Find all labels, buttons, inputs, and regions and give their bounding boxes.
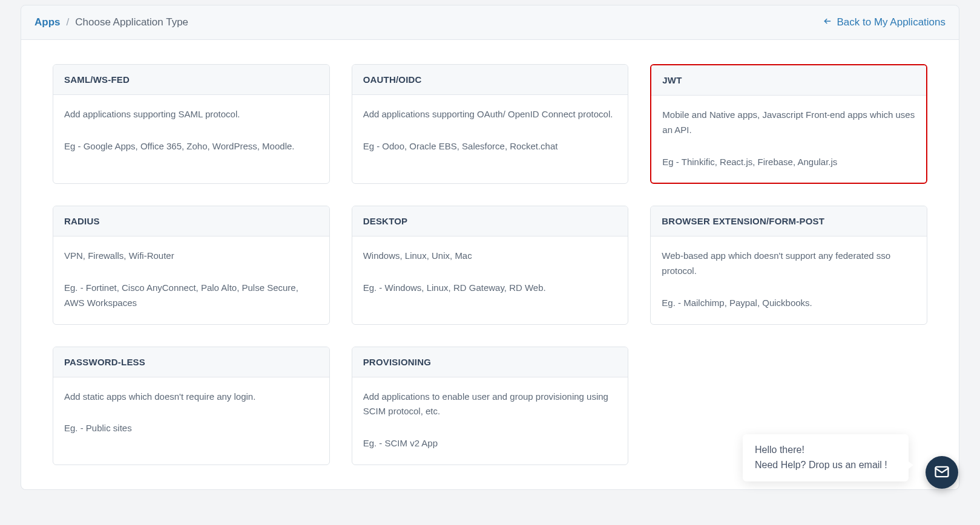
back-to-applications-link[interactable]: Back to My Applications (823, 16, 945, 28)
card-description: Add applications supporting SAML protoco… (64, 107, 318, 122)
card-body: VPN, Firewalls, Wifi-Router Eg. - Fortin… (53, 236, 329, 324)
card-description: Web-based app which doesn't support any … (662, 249, 916, 279)
card-example: Eg. - Mailchimp, Paypal, Quickbooks. (662, 296, 916, 311)
arrow-left-icon (823, 16, 832, 28)
card-example: Eg. - Windows, Linux, RD Gateway, RD Web… (363, 281, 617, 296)
card-title: JWT (651, 65, 926, 96)
breadcrumb-separator: / (67, 16, 70, 28)
card-example: Eg - Thinkific, React.js, Firebase, Angu… (662, 155, 915, 170)
chat-line-1: Hello there! (755, 443, 896, 458)
card-body: Web-based app which doesn't support any … (651, 236, 927, 324)
card-desktop[interactable]: DESKTOP Windows, Linux, Unix, Mac Eg. - … (352, 206, 629, 324)
panel-body: SAML/WS-FED Add applications supporting … (21, 40, 959, 489)
card-description: VPN, Firewalls, Wifi-Router (64, 249, 318, 264)
card-description: Add applications to enable user and grou… (363, 390, 617, 420)
card-title: RADIUS (53, 206, 329, 236)
chat-tail-icon (906, 460, 913, 475)
page-container: Apps / Choose Application Type Back to M… (0, 5, 980, 525)
card-body: Mobile and Native apps, Javascript Front… (651, 96, 926, 183)
card-body: Windows, Linux, Unix, Mac Eg. - Windows,… (352, 236, 628, 309)
card-radius[interactable]: RADIUS VPN, Firewalls, Wifi-Router Eg. -… (53, 206, 330, 324)
main-panel: Apps / Choose Application Type Back to M… (21, 5, 959, 490)
card-oauth-oidc[interactable]: OAUTH/OIDC Add applications supporting O… (352, 64, 629, 184)
card-body: Add applications to enable user and grou… (352, 377, 628, 465)
cards-grid: SAML/WS-FED Add applications supporting … (53, 64, 927, 465)
card-saml-wsfed[interactable]: SAML/WS-FED Add applications supporting … (53, 64, 330, 184)
card-example: Eg - Google Apps, Office 365, Zoho, Word… (64, 139, 318, 154)
chat-popup[interactable]: Hello there! Need Help? Drop us an email… (743, 434, 909, 481)
card-description: Add applications supporting OAuth/ OpenI… (363, 107, 617, 122)
breadcrumb: Apps / Choose Application Type (35, 16, 188, 28)
breadcrumb-root-link[interactable]: Apps (35, 16, 61, 28)
card-title: SAML/WS-FED (53, 65, 329, 95)
chat-fab-button[interactable] (926, 456, 958, 489)
card-title: PASSWORD-LESS (53, 347, 329, 377)
card-description: Windows, Linux, Unix, Mac (363, 249, 617, 264)
card-body: Add applications supporting SAML protoco… (53, 95, 329, 168)
chat-line-2: Need Help? Drop us an email ! (755, 458, 896, 473)
email-icon (933, 463, 950, 482)
card-provisioning[interactable]: PROVISIONING Add applications to enable … (352, 347, 629, 465)
card-title: BROWSER EXTENSION/FORM-POST (651, 206, 927, 236)
card-description: Mobile and Native apps, Javascript Front… (662, 108, 915, 138)
card-example: Eg. - Fortinet, Cisco AnyConnect, Palo A… (64, 281, 318, 311)
card-example: Eg - Odoo, Oracle EBS, Salesforce, Rocke… (363, 139, 617, 154)
panel-header: Apps / Choose Application Type Back to M… (21, 5, 959, 40)
card-browser-extension[interactable]: BROWSER EXTENSION/FORM-POST Web-based ap… (650, 206, 927, 324)
card-example: Eg. - SCIM v2 App (363, 436, 617, 451)
card-description: Add static apps which doesn't require an… (64, 390, 318, 405)
card-password-less[interactable]: PASSWORD-LESS Add static apps which does… (53, 347, 330, 465)
card-body: Add static apps which doesn't require an… (53, 377, 329, 450)
card-example: Eg. - Public sites (64, 421, 318, 436)
card-body: Add applications supporting OAuth/ OpenI… (352, 95, 628, 168)
back-link-label: Back to My Applications (837, 16, 945, 28)
card-jwt[interactable]: JWT Mobile and Native apps, Javascript F… (650, 64, 927, 184)
card-title: OAUTH/OIDC (352, 65, 628, 95)
card-title: DESKTOP (352, 206, 628, 236)
breadcrumb-current: Choose Application Type (75, 16, 188, 28)
card-title: PROVISIONING (352, 347, 628, 377)
